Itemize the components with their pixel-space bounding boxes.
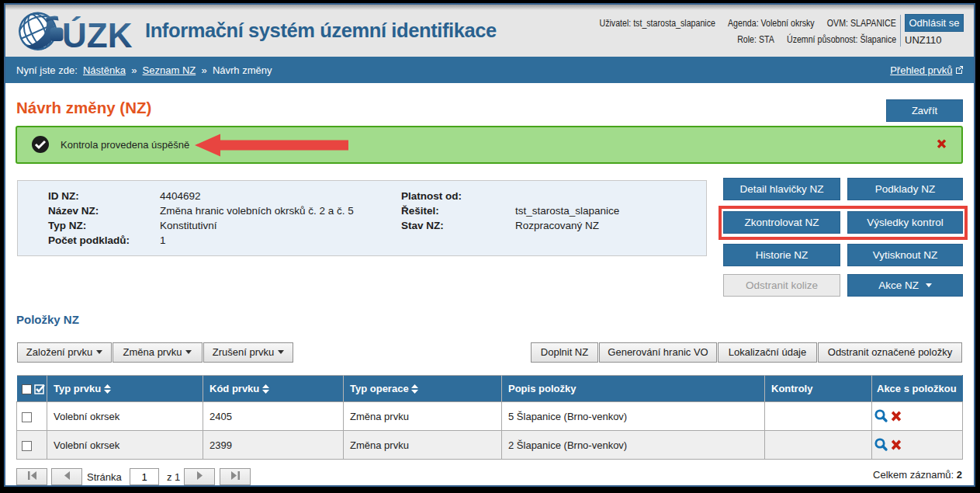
svg-text:ÚZK: ÚZK: [62, 16, 133, 54]
